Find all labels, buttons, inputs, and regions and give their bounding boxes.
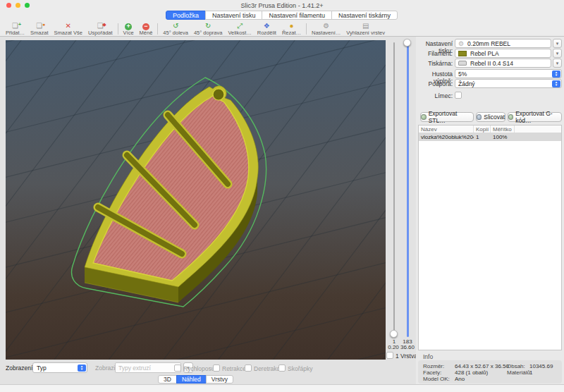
layer-slider-high-track[interactable] — [407, 42, 409, 337]
unretractions-checkbox[interactable] — [245, 365, 252, 372]
brim-label: Límec: — [416, 92, 453, 99]
travel-checkbox[interactable] — [174, 365, 181, 372]
single-layer-checkbox[interactable] — [386, 352, 393, 359]
view-label: Zobrazení — [6, 365, 32, 372]
object-list: Název Kopií Měřítko vlozka%20obluk%204.s… — [418, 125, 562, 350]
rotate-left-button[interactable]: ↺ 45° doleva — [160, 22, 191, 36]
arrange-icon: ❏◆ — [97, 22, 104, 30]
layer-slider-low-track[interactable] — [393, 42, 395, 337]
export-gcode-icon — [508, 114, 513, 120]
layer-slider-high-thumb[interactable] — [403, 39, 411, 47]
retractions-label: Retrakce — [222, 365, 246, 372]
slice-icon — [477, 114, 482, 120]
cut-button[interactable]: ● Řezat… — [279, 22, 304, 36]
arrange-button[interactable]: ❏◆ Uspořádat — [85, 22, 116, 36]
scale-button[interactable]: ⤢ Velikost… — [225, 22, 254, 36]
layer-slider-low-thumb[interactable] — [390, 330, 398, 338]
object-list-header: Název Kopií Měřítko — [419, 125, 561, 133]
retractions-checkbox[interactable] — [213, 365, 220, 372]
view-type-select[interactable]: Typ ▲▼ — [32, 362, 87, 373]
scale-icon: ⤢ — [237, 22, 243, 30]
tab-podlozka[interactable]: Podložka — [166, 11, 206, 20]
mode-tab-preview[interactable]: Náhled — [176, 375, 207, 384]
column-header-copies[interactable]: Kopií — [474, 125, 491, 133]
support-select[interactable]: Žádný ▲▼ — [455, 79, 562, 88]
show-label: Zobrazit — [95, 365, 117, 372]
info-title: Info — [423, 353, 433, 360]
tab-nastaveni-filamentu[interactable]: Nastavení filamentu — [262, 11, 332, 20]
materials-label: Materiálů: — [507, 369, 532, 376]
column-header-scale[interactable]: Měřítko — [491, 125, 515, 133]
viewport-canvas[interactable] — [6, 40, 386, 360]
stepper-icon: ▲▼ — [552, 71, 560, 78]
fewer-copies-button[interactable]: − Méně — [137, 22, 156, 36]
split-button[interactable]: ❖ Rozdělit — [255, 22, 279, 36]
shells-label: Skořápky — [288, 365, 312, 372]
delete-all-icon: ✕ — [66, 22, 71, 30]
filament-value: Rebel PLA — [470, 50, 499, 57]
tab-nastaveni-tisku[interactable]: Nastavení tisku — [205, 11, 263, 20]
layer-high-mm: 36.60 — [398, 344, 417, 350]
add-button[interactable]: ❏+ Přidat… — [3, 22, 27, 36]
export-stl-button[interactable]: Exportovat STL… — [420, 112, 474, 122]
export-gcode-button[interactable]: Exportovat G-kód… — [508, 112, 562, 122]
infill-value: 5% — [458, 71, 467, 78]
settings-icon: ⚙ — [323, 22, 329, 30]
infill-select[interactable]: 5% ▲▼ — [455, 69, 562, 78]
print-settings-value: 0.20mm REBEL — [467, 40, 510, 47]
settings-button[interactable]: ⚙ Nastavení… — [309, 22, 343, 36]
table-row[interactable]: vlozka%20obluk%204.stl 1 100% — [419, 133, 561, 141]
dimensions-value: 64.43 x 52.67 x 36.50 — [455, 363, 509, 369]
mode-tab-3d[interactable]: 3D — [158, 375, 177, 384]
printer-icon — [458, 61, 467, 66]
support-value: Žádný — [458, 80, 475, 87]
object-scale: 100% — [491, 133, 515, 141]
toolbar-separator — [157, 23, 158, 35]
more-copies-button[interactable]: + Více — [121, 22, 137, 36]
column-header-name[interactable]: Název — [419, 125, 474, 133]
mode-tab-layers[interactable]: Vrstvy — [206, 375, 233, 384]
tab-nastaveni-tiskarny[interactable]: Nastavení tiskárny — [331, 11, 398, 20]
model-notch — [213, 89, 224, 100]
layer-smoothing-button[interactable]: ▤ Vyhlazení vrstev — [343, 22, 388, 36]
delete-object-icon: ❏● — [36, 22, 42, 30]
window-title: Slic3r Prusa Edition - 1.41.2+ — [0, 2, 564, 9]
facets-value: 428 (1 obalů) — [455, 369, 488, 376]
app-window: Slic3r Prusa Edition - 1.41.2+ Podložka … — [0, 0, 564, 392]
fewer-copies-icon: − — [142, 22, 149, 30]
stepper-icon: ▲▼ — [552, 80, 560, 87]
rotate-right-icon: ↻ — [205, 22, 211, 30]
filament-label: Filament: — [416, 50, 453, 57]
print-settings-combo[interactable]: ⚙ 0.20mm REBEL — [455, 39, 551, 48]
main-tab-bar: Podložka Nastavení tisku Nastavení filam… — [0, 11, 564, 21]
chevron-down-icon: ▾ — [556, 51, 559, 56]
shells-checkbox[interactable] — [278, 365, 286, 372]
slice-button[interactable]: Slicovat — [476, 112, 505, 122]
delete-button[interactable]: ❏● Smazat — [27, 22, 51, 36]
printer-dropdown-button[interactable]: ▾ — [553, 59, 562, 68]
delete-all-button[interactable]: ✕ Smazat Vše — [51, 22, 85, 36]
volume-label: Obsah: — [507, 363, 525, 369]
filament-dropdown-button[interactable]: ▾ — [553, 49, 562, 58]
title-bar: Slic3r Prusa Edition - 1.41.2+ — [0, 0, 564, 11]
rotate-right-button[interactable]: ↻ 45° doprava — [191, 22, 226, 36]
view-mode-tabs: 3D Náhled Vrstvy — [159, 375, 233, 384]
printer-combo[interactable]: Rebel II 0.4 S14 — [455, 59, 551, 68]
filament-combo[interactable]: Rebel PLA — [455, 49, 551, 58]
support-label: Podpora: — [416, 80, 453, 87]
chevron-down-icon: ▾ — [556, 41, 559, 47]
cut-icon: ● — [289, 22, 293, 30]
print-settings-dropdown-button[interactable]: ▾ — [553, 39, 562, 48]
export-stl-icon — [421, 114, 427, 120]
facets-label: Facety: — [423, 369, 441, 376]
split-icon: ❖ — [264, 22, 270, 30]
settings-panel: Nastavení tisku: ⚙ 0.20mm REBEL ▾ Filame… — [416, 37, 564, 384]
stepper-icon: ▲▼ — [78, 365, 86, 372]
materials-value: 1 — [529, 369, 532, 376]
brim-checkbox[interactable] — [455, 92, 462, 99]
layer-smoothing-icon: ▤ — [362, 22, 369, 30]
volume-value: 10345.69 — [529, 363, 553, 369]
toolbar-separator — [306, 23, 307, 35]
extrusion-types-input[interactable] — [115, 362, 181, 373]
chevron-down-icon: ▾ — [556, 61, 559, 66]
